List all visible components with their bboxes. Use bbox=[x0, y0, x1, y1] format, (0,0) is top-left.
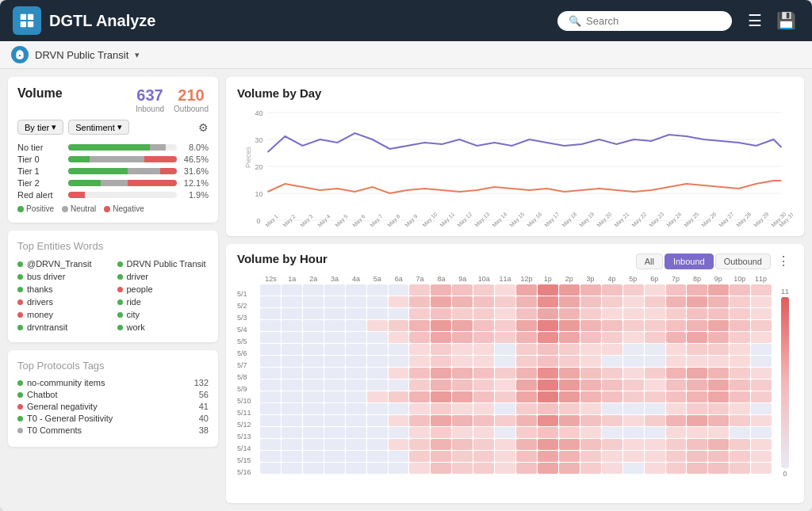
heatmap-cell bbox=[687, 451, 707, 462]
heatmap-cell bbox=[580, 296, 601, 307]
heatmap-cell bbox=[602, 296, 622, 307]
tab-all[interactable]: All bbox=[636, 254, 663, 269]
tab-outbound[interactable]: Outbound bbox=[715, 254, 771, 269]
by-tier-button[interactable]: By tier ▾ bbox=[17, 120, 63, 135]
heatmap-cell bbox=[645, 344, 665, 355]
more-options-icon[interactable]: ⋮ bbox=[774, 254, 793, 269]
transit-label[interactable]: DRVN Public Transit bbox=[35, 49, 128, 61]
heatmap-cell bbox=[708, 332, 729, 343]
legend-positive: Positive bbox=[17, 204, 54, 213]
heatmap-cell bbox=[303, 403, 324, 414]
heatmap-cell bbox=[303, 391, 324, 402]
heatmap-cell bbox=[495, 439, 515, 450]
heatmap-row bbox=[260, 427, 772, 438]
save-icon[interactable]: 💾 bbox=[773, 8, 799, 33]
heatmap-cell bbox=[389, 356, 409, 367]
heatmap-cell bbox=[495, 344, 515, 355]
heatmap-cell bbox=[666, 344, 687, 355]
heatmap-cell bbox=[346, 284, 366, 296]
volume-by-day-card: Volume by Day 40 30 20 10 0 Pieces bbox=[226, 77, 804, 236]
heatmap-cell bbox=[431, 415, 451, 426]
heatmap-cell bbox=[324, 320, 345, 331]
heatmap-cell bbox=[303, 296, 324, 307]
heatmap-cell bbox=[538, 379, 558, 391]
heatmap-y-label: 5/12 bbox=[237, 418, 258, 430]
heatmap-cell bbox=[516, 427, 537, 438]
protocol-item: T0 - General Positivity40 bbox=[17, 414, 209, 423]
entity-item: driver bbox=[117, 271, 209, 282]
heatmap-cell bbox=[516, 391, 537, 402]
tier-2: Tier 2 12.1% bbox=[17, 178, 209, 188]
heatmap-cell bbox=[516, 451, 537, 462]
heatmap-cell bbox=[473, 403, 494, 414]
heatmap-cell bbox=[409, 439, 430, 450]
heatmap-cell bbox=[409, 415, 430, 426]
heatmap-cell bbox=[623, 296, 644, 307]
heatmap-cell bbox=[602, 368, 622, 379]
heatmap-cell bbox=[751, 308, 772, 319]
heatmap-cell bbox=[645, 391, 665, 402]
top-entities-card: Top Entities Words @DRVN_TransitDRVN Pub… bbox=[8, 231, 218, 342]
search-icon: 🔍 bbox=[569, 15, 581, 27]
heatmap-cell bbox=[473, 344, 494, 355]
heatmap-cell bbox=[730, 451, 750, 462]
entity-item: drvntransit bbox=[17, 322, 109, 333]
heatmap-x-label: 1a bbox=[282, 275, 303, 283]
heatmap-cell bbox=[282, 332, 302, 343]
heatmap-cell bbox=[389, 344, 409, 355]
heatmap-cell bbox=[559, 356, 580, 367]
heatmap-cell bbox=[645, 379, 665, 391]
heatmap-row bbox=[260, 308, 772, 319]
heatmap-cell bbox=[751, 284, 772, 296]
heatmap-cell bbox=[495, 427, 515, 438]
heatmap-cell bbox=[559, 296, 580, 307]
sentiment-button[interactable]: Sentiment ▾ bbox=[68, 120, 129, 135]
heatmap-legend-bar bbox=[781, 297, 789, 468]
heatmap-cell bbox=[559, 344, 580, 355]
entity-item: people bbox=[117, 284, 209, 295]
heatmap-cell bbox=[559, 451, 580, 462]
heatmap-cell bbox=[409, 296, 430, 307]
search-input[interactable] bbox=[586, 15, 721, 27]
heatmap-cell bbox=[602, 356, 622, 367]
heatmap-x-label: 6a bbox=[388, 275, 409, 283]
heatmap-cell bbox=[645, 332, 665, 343]
heatmap-cell bbox=[367, 332, 388, 343]
volume-card: Volume 637 Inbound 210 Outbound By tier … bbox=[8, 77, 218, 223]
search-bar[interactable]: 🔍 bbox=[557, 11, 732, 31]
heatmap-cell bbox=[282, 463, 302, 474]
heatmap-cell bbox=[431, 451, 451, 462]
heatmap-cell bbox=[346, 344, 366, 355]
heatmap-cell bbox=[666, 415, 687, 426]
heatmap-cell bbox=[282, 308, 302, 319]
heatmap-cell bbox=[324, 344, 345, 355]
menu-icon[interactable]: ☰ bbox=[745, 8, 765, 33]
heatmap-cell bbox=[260, 344, 281, 355]
heatmap-cell bbox=[602, 415, 622, 426]
heatmap-cell bbox=[389, 463, 409, 474]
dropdown-arrow-icon[interactable]: ▾ bbox=[135, 50, 140, 60]
heatmap-cell bbox=[708, 296, 729, 307]
heatmap-y-label: 5/16 bbox=[237, 466, 258, 478]
heatmap-cell bbox=[409, 379, 430, 391]
heatmap-cell bbox=[495, 391, 515, 402]
app-logo bbox=[13, 6, 41, 35]
inbound-label: Inbound bbox=[136, 105, 164, 113]
svg-text:May 12: May 12 bbox=[456, 211, 473, 227]
protocol-item: T0 Comments38 bbox=[17, 425, 209, 435]
heatmap-x-label: 9a bbox=[452, 275, 473, 283]
svg-text:10: 10 bbox=[255, 190, 263, 198]
heatmap-cell bbox=[431, 344, 451, 355]
tab-inbound[interactable]: Inbound bbox=[665, 254, 714, 269]
heatmap-cell bbox=[409, 344, 430, 355]
heatmap-y-label: 5/9 bbox=[237, 383, 258, 395]
svg-text:Pieces: Pieces bbox=[244, 146, 252, 168]
entity-item: bus driver bbox=[17, 271, 109, 282]
heatmap-cell bbox=[645, 415, 665, 426]
heatmap-row bbox=[260, 379, 772, 391]
heatmap-cell bbox=[346, 320, 366, 331]
heatmap-cell bbox=[730, 284, 750, 296]
heatmap-cell bbox=[346, 427, 366, 438]
heatmap-cell bbox=[495, 284, 515, 296]
settings-gear-icon[interactable]: ⚙ bbox=[198, 121, 209, 134]
